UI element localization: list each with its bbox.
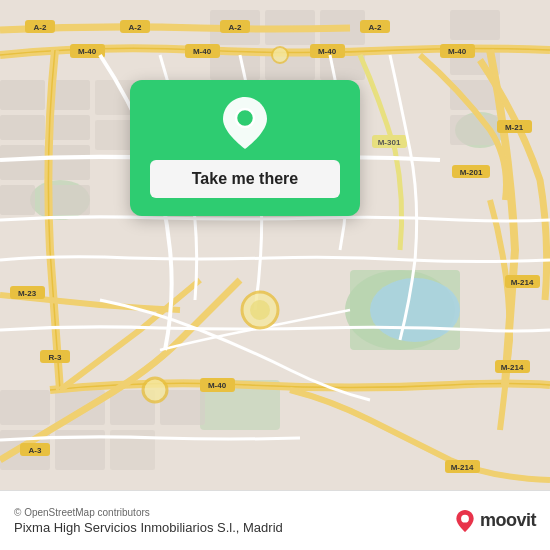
svg-text:A-2: A-2	[369, 23, 382, 32]
svg-text:M-201: M-201	[460, 168, 483, 177]
svg-rect-27	[0, 390, 50, 425]
svg-point-73	[272, 47, 288, 63]
moovit-pin-icon	[454, 510, 476, 532]
take-me-there-button[interactable]: Take me there	[150, 160, 340, 198]
copyright-text: © OpenStreetMap contributors	[14, 507, 283, 518]
svg-text:M-214: M-214	[511, 278, 534, 287]
moovit-text: moovit	[480, 510, 536, 531]
svg-text:M-21: M-21	[505, 123, 524, 132]
svg-text:M-214: M-214	[451, 463, 474, 472]
bottom-info: © OpenStreetMap contributors Pixma High …	[14, 507, 283, 535]
svg-text:M-40: M-40	[318, 47, 337, 56]
svg-text:A-2: A-2	[34, 23, 47, 32]
svg-rect-7	[0, 80, 45, 110]
svg-text:R-3: R-3	[49, 353, 62, 362]
svg-rect-9	[0, 115, 45, 140]
map-area: M-40 M-40 M-40 M-40 M-40 A-2 A-2 A-2 A-2…	[0, 0, 550, 490]
svg-rect-10	[50, 115, 90, 140]
svg-point-6	[370, 278, 460, 342]
svg-text:A-2: A-2	[129, 23, 142, 32]
svg-rect-11	[0, 145, 45, 180]
svg-point-71	[250, 300, 270, 320]
svg-point-74	[236, 109, 254, 127]
svg-point-72	[143, 378, 167, 402]
location-popup: Take me there	[130, 80, 360, 216]
svg-text:M-40: M-40	[448, 47, 467, 56]
svg-text:M-23: M-23	[18, 289, 37, 298]
svg-text:A-3: A-3	[29, 446, 42, 455]
svg-rect-13	[0, 185, 35, 215]
svg-text:M-40: M-40	[78, 47, 97, 56]
svg-text:M-40: M-40	[208, 381, 227, 390]
svg-rect-12	[50, 145, 90, 180]
svg-rect-23	[450, 10, 500, 40]
svg-text:M-214: M-214	[501, 363, 524, 372]
svg-point-75	[461, 514, 469, 522]
svg-text:M-301: M-301	[378, 138, 401, 147]
location-name: Pixma High Servicios Inmobiliarios S.l.,…	[14, 520, 283, 535]
svg-text:M-40: M-40	[193, 47, 212, 56]
moovit-logo: moovit	[454, 510, 536, 532]
svg-text:A-2: A-2	[229, 23, 242, 32]
location-pin-icon	[220, 98, 270, 148]
bottom-bar: © OpenStreetMap contributors Pixma High …	[0, 490, 550, 550]
